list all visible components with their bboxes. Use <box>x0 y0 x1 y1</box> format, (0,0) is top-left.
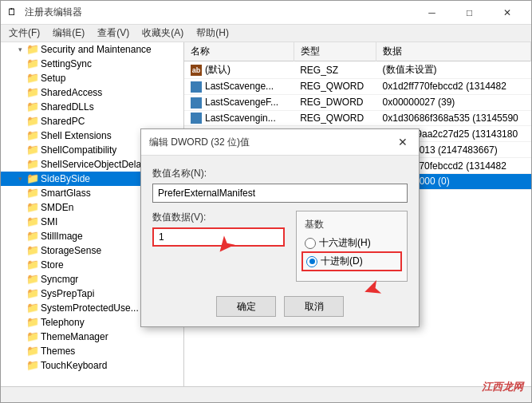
table-cell-data: 0x1d2ff770febccd2 (1314482 <box>376 79 531 95</box>
name-row: 数值名称(N): <box>152 167 408 203</box>
col-type: 类型 <box>294 42 376 61</box>
table-cell-data: 0x1d30686f368a535 (13145590 <box>376 110 531 126</box>
table-row[interactable]: LastScavengeF...REG_DWORD0x00000027 (39) <box>184 94 531 110</box>
tree-item-label: Shell Extensions <box>41 130 112 141</box>
main-window: 🗒 注册表编辑器 ─ □ ✕ 文件(F) 编辑(E) 查看(V) 收藏夹(A) … <box>0 0 532 403</box>
tree-item-label: ThemeManager <box>41 331 108 342</box>
table-cell-data: (数值未设置) <box>376 61 531 79</box>
tree-item-label: Themes <box>41 346 75 357</box>
name-label: 数值名称(N): <box>152 167 408 180</box>
tree-item[interactable]: 📁SharedDLLs <box>1 100 183 114</box>
tree-item[interactable]: 📁ThemeManager <box>1 330 183 344</box>
tree-item-label: Store <box>41 259 64 271</box>
table-header-row: 名称 类型 数据 <box>184 42 531 61</box>
table-row[interactable]: LastScavenge...REG_QWORD0x1d2ff770febccd… <box>184 79 531 95</box>
dialog-close-button[interactable]: ✕ <box>395 134 411 150</box>
tree-item[interactable]: 📁TouchKeyboard <box>1 358 183 373</box>
tree-item-label: ShellCompatibility <box>41 144 116 156</box>
tree-item-label: SharedAccess <box>41 87 102 98</box>
menu-bar: 文件(F) 编辑(E) 查看(V) 收藏夹(A) 帮助(H) <box>1 25 531 42</box>
tree-item-label: SMDEn <box>41 202 73 213</box>
value-section: 数值数据(V): <box>152 211 285 247</box>
tree-item-label: Security and Maintenance <box>41 44 152 55</box>
table-cell-name: ab(默认) <box>184 61 294 79</box>
tree-item-label: TouchKeyboard <box>41 360 107 371</box>
dialog-title: 编辑 DWORD (32 位)值 <box>149 136 250 149</box>
tree-item[interactable]: 📁Security and Maintenance <box>1 42 183 57</box>
tree-item-label: StorageSense <box>41 245 101 256</box>
table-cell-type: REG_QWORD <box>294 79 376 95</box>
window-title: 注册表编辑器 <box>25 6 82 19</box>
dialog-body: 数值名称(N): 数值数据(V): 基数 十六进制(H) <box>141 156 419 290</box>
tree-item[interactable]: 📁Setup <box>1 71 183 85</box>
dec-radio-row: 十进制(D) <box>301 251 402 271</box>
title-bar: 🗒 注册表编辑器 ─ □ ✕ <box>1 1 531 25</box>
base-group: 基数 十六进制(H) 十进制(D) <box>296 211 408 282</box>
tree-item-label: SMI <box>41 216 57 227</box>
col-data: 数据 <box>376 42 531 61</box>
hex-radio[interactable] <box>305 238 316 249</box>
table-cell-type: REG_DWORD <box>294 94 376 110</box>
name-input[interactable] <box>152 184 408 203</box>
value-label: 数值数据(V): <box>152 211 285 224</box>
tree-item-label: Telephony <box>41 317 85 328</box>
bottom-row: 数值数据(V): 基数 十六进制(H) 十进制(D) <box>152 211 408 282</box>
dialog-title-bar: 编辑 DWORD (32 位)值 ✕ <box>141 129 419 156</box>
table-cell-name: LastScavengin... <box>184 110 294 126</box>
tree-item-label: SettingSync <box>41 58 92 69</box>
dec-radio[interactable] <box>306 256 317 267</box>
tree-item-label: SideBySide <box>41 173 90 184</box>
table-cell-data: 0x00000027 (39) <box>376 94 531 110</box>
menu-edit[interactable]: 编辑(E) <box>48 25 89 41</box>
tree-item-label: SharedPC <box>41 116 85 127</box>
col-name: 名称 <box>184 42 294 61</box>
tree-item[interactable]: 📁SharedAccess <box>1 85 183 100</box>
tree-item-label: StillImage <box>41 231 83 242</box>
tree-item-label: SystemProtectedUse... <box>41 302 139 314</box>
tree-item-label: SharedDLLs <box>41 101 94 113</box>
minimize-button[interactable]: ─ <box>414 4 450 22</box>
dec-label: 十进制(D) <box>321 255 363 268</box>
tree-item[interactable]: 📁SettingSync <box>1 57 183 71</box>
hex-label: 十六进制(H) <box>319 236 371 250</box>
ok-button[interactable]: 确定 <box>216 296 276 317</box>
tree-item[interactable]: 📁Themes <box>1 344 183 358</box>
status-bar <box>1 386 531 402</box>
tree-item-label: SysPrepTapi <box>41 288 94 299</box>
table-row[interactable]: LastScavengin...REG_QWORD0x1d30686f368a5… <box>184 110 531 126</box>
tree-item-label: SmartGlass <box>41 188 91 199</box>
table-row[interactable]: ab(默认)REG_SZ(数值未设置) <box>184 61 531 79</box>
edit-dword-dialog: 编辑 DWORD (32 位)值 ✕ 数值名称(N): 数值数据(V): 基数 <box>140 128 420 327</box>
table-cell-name: LastScavengeF... <box>184 94 294 110</box>
menu-view[interactable]: 查看(V) <box>93 25 134 41</box>
table-cell-type: REG_SZ <box>294 61 376 79</box>
tree-item-label: Syncmgr <box>41 274 78 285</box>
app-icon: 🗒 <box>7 6 20 19</box>
tree-item[interactable]: 📁SharedPC <box>1 114 183 128</box>
tree-item-label: Setup <box>41 73 65 84</box>
title-controls: ─ □ ✕ <box>414 4 525 22</box>
maximize-button[interactable]: □ <box>451 4 487 22</box>
menu-favorites[interactable]: 收藏夹(A) <box>137 25 188 41</box>
title-bar-left: 🗒 注册表编辑器 <box>7 6 82 19</box>
table-cell-name: LastScavenge... <box>184 79 294 95</box>
close-button[interactable]: ✕ <box>489 4 525 22</box>
value-input[interactable] <box>152 227 285 247</box>
hex-radio-row: 十六进制(H) <box>305 236 399 250</box>
menu-help[interactable]: 帮助(H) <box>191 25 234 41</box>
table-cell-type: REG_QWORD <box>294 110 376 126</box>
base-section: 基数 十六进制(H) 十进制(D) <box>296 211 408 282</box>
base-label: 基数 <box>305 218 399 231</box>
cancel-button[interactable]: 取消 <box>284 296 344 317</box>
menu-file[interactable]: 文件(F) <box>4 25 45 41</box>
dialog-buttons: 确定 取消 <box>141 290 419 326</box>
